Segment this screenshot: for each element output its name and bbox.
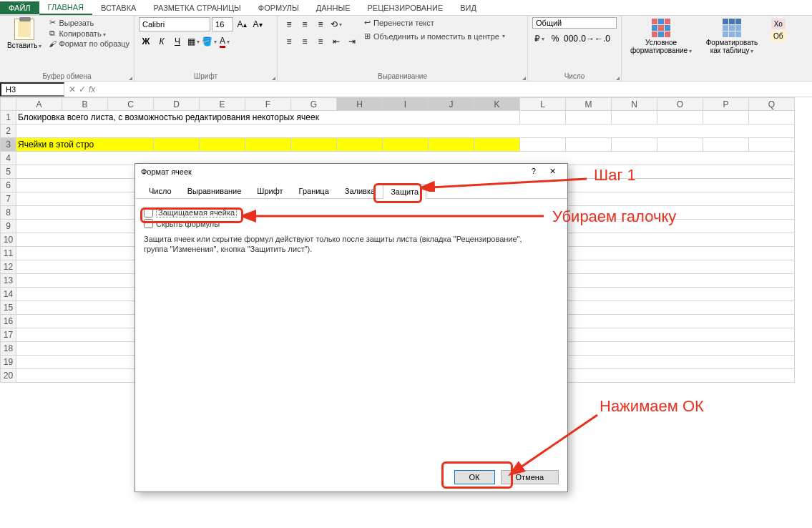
format-as-table-button[interactable]: Форматировать как таблицу: [699, 17, 765, 56]
increase-font-button[interactable]: A▴: [235, 17, 249, 31]
fx-icon[interactable]: fx: [89, 84, 95, 94]
dialog-tab-fill[interactable]: Заливка: [337, 183, 383, 198]
col-header[interactable]: J: [429, 98, 474, 111]
hide-formulas-checkbox-row[interactable]: Скрыть формулы: [144, 219, 559, 228]
increase-indent-button[interactable]: ⇥: [345, 34, 359, 49]
dialog-help-button[interactable]: ?: [526, 167, 542, 175]
copy-button[interactable]: ⧉Копировать: [47, 28, 129, 39]
row-header[interactable]: 11: [1, 247, 16, 260]
dialog-close-button[interactable]: ✕: [544, 167, 562, 175]
currency-button[interactable]: ₽: [532, 31, 547, 46]
row-header[interactable]: 16: [1, 315, 16, 328]
dialog-tab-border[interactable]: Граница: [291, 183, 337, 198]
row-header[interactable]: 5: [1, 165, 16, 179]
row-header[interactable]: 18: [1, 342, 16, 356]
align-center-button[interactable]: ≡: [298, 34, 312, 49]
dialog-launcher-icon[interactable]: [272, 77, 275, 80]
tab-page-layout[interactable]: РАЗМЕТКА СТРАНИЦЫ: [145, 1, 249, 14]
row-header[interactable]: 1: [1, 111, 16, 124]
format-painter-button[interactable]: 🖌Формат по образцу: [47, 39, 129, 49]
select-all-corner[interactable]: [1, 98, 16, 111]
merge-center-button[interactable]: ⊞Объединить и поместить в центре: [362, 31, 505, 41]
dialog-tab-protection[interactable]: Защита: [383, 184, 426, 199]
accept-formula-icon[interactable]: ✓: [79, 84, 86, 94]
row-header[interactable]: 9: [1, 220, 16, 233]
align-middle-button[interactable]: ≡: [298, 17, 312, 31]
row-header[interactable]: 4: [1, 152, 16, 165]
col-header[interactable]: F: [245, 98, 291, 111]
col-header[interactable]: Q: [749, 98, 795, 111]
row-header[interactable]: 6: [1, 179, 16, 192]
dialog-tab-number[interactable]: Число: [141, 183, 180, 198]
font-name-select[interactable]: [139, 17, 210, 31]
align-left-button[interactable]: ≡: [282, 34, 296, 49]
decrease-indent-button[interactable]: ⇤: [329, 34, 343, 49]
col-header[interactable]: M: [566, 98, 612, 111]
col-header[interactable]: O: [657, 98, 703, 111]
tab-review[interactable]: РЕЦЕНЗИРОВАНИЕ: [358, 1, 451, 14]
dialog-tab-font[interactable]: Шрифт: [249, 183, 290, 198]
col-header[interactable]: G: [291, 98, 337, 111]
row-header[interactable]: 3: [1, 138, 16, 152]
dialog-tab-alignment[interactable]: Выравнивание: [180, 183, 250, 198]
name-box[interactable]: [0, 82, 64, 97]
row-header[interactable]: 12: [1, 260, 16, 274]
cell[interactable]: Блокировка всего листа, с возможностью р…: [16, 111, 520, 124]
dialog-launcher-icon[interactable]: [522, 77, 526, 80]
align-top-button[interactable]: ≡: [282, 17, 296, 31]
paste-button[interactable]: Вставить: [4, 17, 44, 51]
row-header[interactable]: 13: [1, 274, 16, 288]
row-header[interactable]: 8: [1, 206, 16, 220]
border-button[interactable]: ▦: [186, 34, 200, 49]
conditional-formatting-button[interactable]: Условное форматирование: [626, 17, 696, 56]
row-header[interactable]: 14: [1, 288, 16, 301]
dialog-launcher-icon[interactable]: [129, 77, 132, 80]
tab-file[interactable]: ФАЙЛ: [0, 1, 39, 14]
hide-formulas-checkbox[interactable]: [144, 219, 153, 228]
col-header[interactable]: L: [520, 98, 566, 111]
tab-data[interactable]: ДАННЫЕ: [308, 1, 359, 14]
formula-input[interactable]: [99, 88, 812, 91]
cell-styles-partial[interactable]: Хо Об: [768, 17, 789, 43]
col-header[interactable]: A: [16, 98, 62, 111]
percent-button[interactable]: %: [548, 31, 562, 46]
col-header[interactable]: D: [154, 98, 200, 111]
decrease-decimal-button[interactable]: ←.0: [595, 31, 610, 46]
row-header[interactable]: 7: [1, 192, 16, 206]
row-header[interactable]: 2: [1, 124, 16, 138]
wrap-text-button[interactable]: ↩Перенести текст: [362, 17, 505, 28]
col-header[interactable]: H: [337, 98, 383, 111]
row-header[interactable]: 19: [1, 356, 16, 369]
cell[interactable]: Ячейки в этой стро: [16, 138, 154, 152]
row-header[interactable]: 20: [1, 369, 16, 383]
row-header[interactable]: 10: [1, 233, 16, 247]
align-bottom-button[interactable]: ≡: [313, 17, 328, 31]
fill-color-button[interactable]: 🪣: [202, 34, 216, 49]
cancel-formula-icon[interactable]: ✕: [69, 84, 76, 94]
align-right-button[interactable]: ≡: [313, 34, 328, 49]
ok-button[interactable]: ОК: [454, 470, 495, 484]
tab-view[interactable]: ВИД: [451, 1, 485, 14]
increase-decimal-button[interactable]: .0→: [579, 31, 594, 46]
col-header[interactable]: K: [474, 98, 520, 111]
tab-formulas[interactable]: ФОРМУЛЫ: [250, 1, 308, 14]
orientation-button[interactable]: ⟲: [329, 17, 343, 31]
tab-insert[interactable]: ВСТАВКА: [92, 1, 145, 14]
protected-cell-checkbox-row[interactable]: Защищаемая ячейка: [144, 207, 559, 217]
font-color-button[interactable]: A: [217, 34, 232, 49]
tab-home[interactable]: ГЛАВНАЯ: [39, 1, 92, 15]
protected-cell-checkbox[interactable]: [144, 208, 153, 217]
col-header[interactable]: E: [200, 98, 245, 111]
underline-button[interactable]: Ч: [170, 34, 185, 49]
col-header[interactable]: B: [62, 98, 108, 111]
number-format-select[interactable]: [532, 17, 617, 29]
thousands-button[interactable]: 000: [564, 31, 578, 46]
cut-button[interactable]: ✂Вырезать: [47, 17, 129, 28]
cancel-button[interactable]: Отмена: [501, 470, 559, 484]
italic-button[interactable]: К: [155, 34, 169, 49]
row-header[interactable]: 17: [1, 328, 16, 342]
col-header[interactable]: C: [108, 98, 154, 111]
col-header[interactable]: I: [383, 98, 429, 111]
col-header[interactable]: N: [612, 98, 657, 111]
decrease-font-button[interactable]: A▾: [250, 17, 265, 31]
